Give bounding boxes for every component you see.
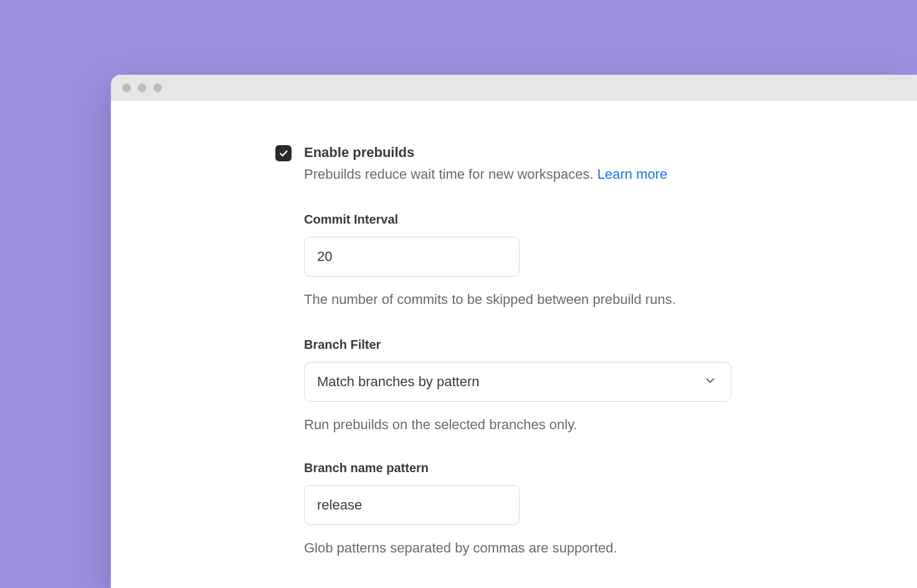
commit-interval-input[interactable] bbox=[304, 237, 520, 277]
chevron-down-icon bbox=[703, 374, 717, 390]
enable-prebuilds-description: Prebuilds reduce wait time for new works… bbox=[304, 166, 667, 184]
maximize-window-icon[interactable] bbox=[153, 83, 162, 92]
branch-filter-group: Branch Filter Match branches by pattern … bbox=[304, 338, 917, 434]
branch-filter-label: Branch Filter bbox=[304, 338, 917, 352]
branch-pattern-group: Branch name pattern Glob patterns separa… bbox=[304, 461, 917, 557]
window-titlebar bbox=[111, 75, 917, 101]
commit-interval-label: Commit Interval bbox=[304, 212, 917, 227]
enable-prebuilds-title: Enable prebuilds bbox=[304, 145, 667, 161]
commit-interval-help: The number of commits to be skipped betw… bbox=[304, 290, 917, 309]
branch-filter-select[interactable]: Match branches by pattern bbox=[304, 362, 731, 402]
minimize-window-icon[interactable] bbox=[138, 83, 146, 92]
close-window-icon[interactable] bbox=[122, 83, 131, 92]
branch-filter-value: Match branches by pattern bbox=[317, 374, 479, 390]
commit-interval-group: Commit Interval The number of commits to… bbox=[304, 212, 917, 309]
branch-pattern-help: Glob patterns separated by commas are su… bbox=[304, 539, 917, 557]
enable-prebuilds-row: Enable prebuilds Prebuilds reduce wait t… bbox=[275, 145, 917, 184]
checkmark-icon bbox=[278, 148, 288, 158]
enable-prebuilds-checkbox[interactable] bbox=[275, 145, 292, 161]
branch-filter-help: Run prebuilds on the selected branches o… bbox=[304, 415, 917, 434]
learn-more-link[interactable]: Learn more bbox=[597, 166, 668, 182]
branch-pattern-input[interactable] bbox=[304, 485, 520, 525]
app-window: Enable prebuilds Prebuilds reduce wait t… bbox=[111, 75, 917, 588]
settings-panel: Enable prebuilds Prebuilds reduce wait t… bbox=[111, 101, 917, 557]
branch-pattern-label: Branch name pattern bbox=[304, 461, 917, 475]
